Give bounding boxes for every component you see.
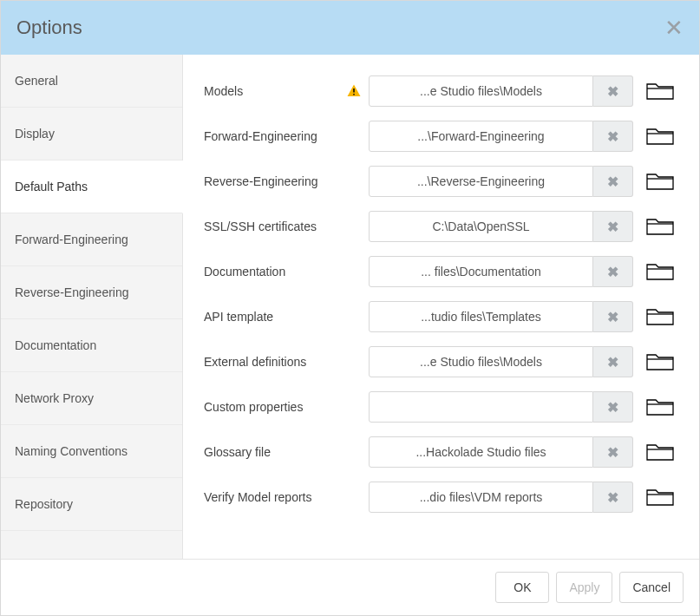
clear-icon[interactable]: ✖ [593,391,633,423]
row-label-text: Forward-Engineering [204,129,317,143]
svg-rect-1 [353,94,355,95]
folder-icon[interactable] [642,257,678,286]
folder-icon[interactable] [642,347,678,377]
row-label-text: Verify Model reports [204,490,312,504]
clear-icon[interactable]: ✖ [593,301,633,332]
folder-icon[interactable] [642,121,678,151]
folder-icon[interactable] [642,76,678,106]
input-group: ✖ [369,211,633,242]
input-group: ✖ [369,121,633,152]
path-row: Reverse-Engineering✖ [204,166,678,197]
sidebar-item-forward-engineering[interactable]: Forward-Engineering [1,213,182,266]
path-row: Forward-Engineering✖ [204,121,678,152]
input-group: ✖ [369,436,633,468]
row-label-text: Custom properties [204,400,303,414]
input-group: ✖ [369,75,633,107]
row-label-text: External definitions [204,355,306,369]
folder-icon[interactable] [642,167,678,196]
row-label: Forward-Engineering [204,129,369,143]
path-input[interactable] [369,211,593,242]
sidebar-item-documentation[interactable]: Documentation [1,319,182,372]
dialog-footer: OK Apply Cancel [1,559,699,615]
path-input[interactable] [369,75,593,107]
title-bar: Options ✕ [1,1,699,55]
clear-icon[interactable]: ✖ [593,256,633,287]
input-group: ✖ [369,346,633,377]
row-label: External definitions [204,355,369,369]
folder-icon[interactable] [642,302,678,331]
input-group: ✖ [369,166,633,197]
path-row: Documentation✖ [204,256,678,287]
sidebar-item-display[interactable]: Display [1,108,182,161]
folder-icon[interactable] [642,482,678,512]
clear-icon[interactable]: ✖ [593,166,633,197]
sidebar: GeneralDisplayDefault PathsForward-Engin… [1,55,183,559]
row-label: Documentation [204,265,369,279]
clear-icon[interactable]: ✖ [593,121,633,152]
input-group: ✖ [369,301,633,332]
row-label: Custom properties [204,400,369,414]
path-input[interactable] [369,301,593,332]
path-input[interactable] [369,391,593,423]
clear-icon[interactable]: ✖ [593,346,633,377]
dialog-body: GeneralDisplayDefault PathsForward-Engin… [1,55,699,559]
warning-icon [346,83,362,99]
row-label-text: Documentation [204,265,285,279]
path-row: External definitions✖ [204,346,678,377]
path-input[interactable] [369,482,593,513]
path-input[interactable] [369,256,593,287]
cancel-button[interactable]: Cancel [619,572,684,603]
sidebar-item-reverse-engineering[interactable]: Reverse-Engineering [1,266,182,319]
row-label: Reverse-Engineering [204,174,369,188]
path-row: SSL/SSH certificates✖ [204,211,678,242]
path-row: API template✖ [204,301,678,332]
sidebar-item-default-paths[interactable]: Default Paths [1,161,183,213]
path-input[interactable] [369,121,593,152]
path-input[interactable] [369,436,593,468]
row-label: Glossary file [204,445,369,459]
clear-icon[interactable]: ✖ [593,75,633,107]
clear-icon[interactable]: ✖ [593,482,633,513]
path-row: Models✖ [204,75,678,107]
folder-icon[interactable] [642,212,678,241]
svg-rect-0 [353,88,355,93]
path-input[interactable] [369,346,593,377]
row-label-text: Reverse-Engineering [204,174,318,188]
dialog-title: Options [16,16,82,39]
row-label-text: Models [204,84,243,98]
sidebar-item-repository[interactable]: Repository [1,478,182,531]
row-label-text: Glossary file [204,445,271,459]
folder-icon[interactable] [642,437,678,467]
path-row: Glossary file✖ [204,436,678,468]
input-group: ✖ [369,256,633,287]
row-label-text: SSL/SSH certificates [204,220,317,233]
sidebar-item-network-proxy[interactable]: Network Proxy [1,372,182,425]
close-icon[interactable]: ✕ [664,16,684,39]
ok-button[interactable]: OK [495,572,549,603]
clear-icon[interactable]: ✖ [593,211,633,242]
content-panel: Models✖Forward-Engineering✖Reverse-Engin… [183,55,699,559]
row-label: API template [204,310,369,324]
path-input[interactable] [369,166,593,197]
input-group: ✖ [369,391,633,423]
path-row: Verify Model reports✖ [204,482,678,513]
row-label-text: API template [204,310,273,324]
path-row: Custom properties✖ [204,391,678,423]
sidebar-item-general[interactable]: General [1,55,182,108]
apply-button[interactable]: Apply [556,572,612,603]
input-group: ✖ [369,482,633,513]
sidebar-item-naming-conventions[interactable]: Naming Conventions [1,425,182,478]
row-label: Models [204,83,369,99]
clear-icon[interactable]: ✖ [593,436,633,468]
folder-icon[interactable] [642,392,678,422]
row-label: Verify Model reports [204,490,369,504]
row-label: SSL/SSH certificates [204,220,369,233]
